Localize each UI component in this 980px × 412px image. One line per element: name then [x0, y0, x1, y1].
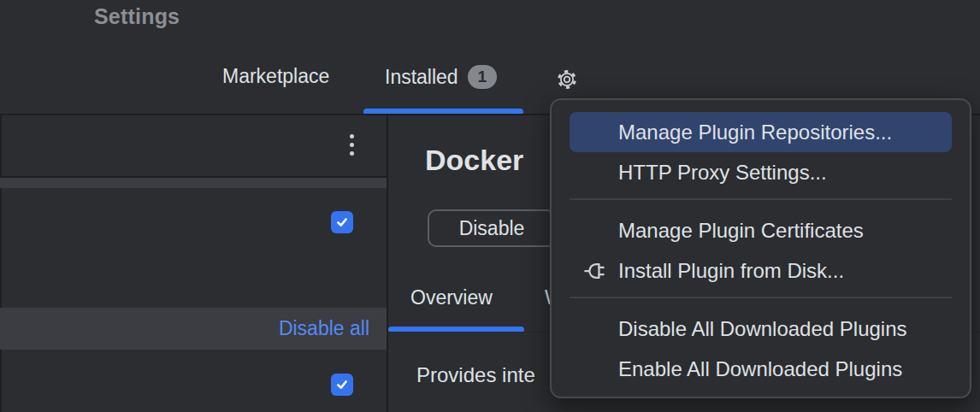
- check-icon: [335, 378, 349, 391]
- kebab-menu-icon[interactable]: [345, 134, 358, 158]
- check-icon: [335, 215, 349, 229]
- menu-item-enable-all-downloaded-plugins[interactable]: Enable All Downloaded Plugins: [570, 349, 952, 389]
- disable-plugin-button[interactable]: Disable: [428, 209, 556, 247]
- menu-item-manage-plugin-repositories[interactable]: Manage Plugin Repositories...: [570, 112, 952, 152]
- plugin-name-title: Docker: [425, 144, 523, 177]
- gear-icon: [555, 68, 579, 91]
- page-title: Settings: [94, 4, 180, 29]
- plugin-list-panel: Disable all: [0, 115, 388, 412]
- list-row-hovered[interactable]: Disable all: [0, 308, 387, 350]
- menu-item-http-proxy-settings[interactable]: HTTP Proxy Settings...: [570, 152, 952, 192]
- menu-item-install-plugin-from-disk[interactable]: Install Plugin from Disk...: [570, 250, 952, 291]
- menu-item-disable-all-downloaded-plugins[interactable]: Disable All Downloaded Plugins: [570, 309, 952, 349]
- plugin-enabled-checkbox[interactable]: [331, 374, 353, 396]
- tab-installed[interactable]: Installed 1: [385, 65, 497, 89]
- tab-marketplace[interactable]: Marketplace: [222, 65, 329, 88]
- disable-all-link[interactable]: Disable all: [279, 317, 369, 340]
- menu-item-label: HTTP Proxy Settings...: [618, 161, 827, 185]
- menu-separator: [570, 297, 952, 298]
- menu-item-label: Manage Plugin Repositories...: [618, 121, 892, 144]
- gear-button[interactable]: [553, 66, 581, 93]
- installed-count-badge: 1: [468, 65, 497, 89]
- tab-installed-label: Installed: [385, 66, 458, 89]
- tab-overview[interactable]: Overview: [410, 286, 493, 309]
- panel-left-edge: [0, 115, 2, 412]
- plug-icon: [582, 257, 610, 285]
- tab-marketplace-label: Marketplace: [222, 65, 329, 88]
- menu-item-label: Enable All Downloaded Plugins: [618, 357, 902, 381]
- plugin-enabled-checkbox[interactable]: [331, 211, 353, 233]
- menu-separator: [570, 198, 952, 200]
- plugin-description: Provides inte: [416, 363, 535, 387]
- gear-context-menu: Manage Plugin Repositories... HTTP Proxy…: [550, 98, 971, 398]
- menu-item-manage-plugin-certificates[interactable]: Manage Plugin Certificates: [570, 210, 952, 250]
- menu-item-label: Install Plugin from Disk...: [618, 259, 844, 283]
- menu-item-label: Disable All Downloaded Plugins: [618, 317, 907, 341]
- list-section-band: [0, 178, 387, 188]
- settings-window: Settings Marketplace Installed 1: [0, 0, 980, 412]
- menu-item-label: Manage Plugin Certificates: [618, 219, 864, 243]
- disable-button-label: Disable: [459, 217, 525, 240]
